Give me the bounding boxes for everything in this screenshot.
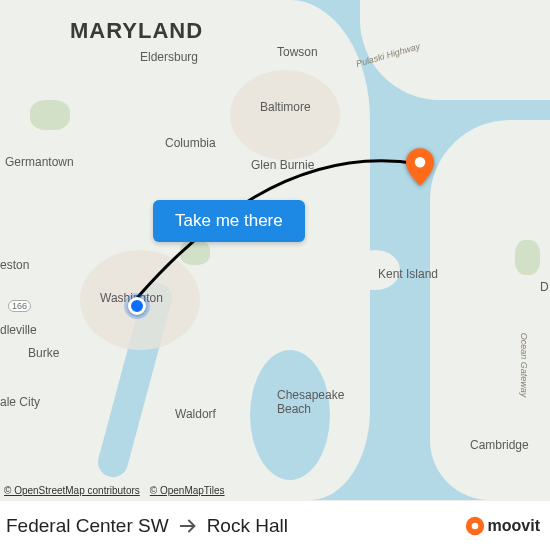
map-area[interactable]: MARYLAND Eldersburg Towson Baltimore Col… bbox=[0, 0, 550, 500]
route-origin: Federal Center SW bbox=[6, 515, 169, 537]
brand-name: moovit bbox=[488, 517, 540, 535]
arrow-right-icon bbox=[177, 515, 199, 537]
brand-logo[interactable]: moovit bbox=[465, 516, 540, 536]
city-label-waldorf: Waldorf bbox=[175, 407, 216, 421]
city-label-towson: Towson bbox=[277, 45, 318, 59]
park-area bbox=[515, 240, 540, 275]
city-label-eston: eston bbox=[0, 258, 29, 272]
road-label-ocean: Ocean Gateway bbox=[519, 333, 529, 398]
city-label-chesapeake-beach: Chesapeake Beach bbox=[277, 388, 344, 416]
city-label-baltimore: Baltimore bbox=[260, 100, 311, 114]
svg-point-0 bbox=[415, 157, 426, 168]
svg-point-3 bbox=[471, 522, 478, 529]
city-label-cambridge: Cambridge bbox=[470, 438, 529, 452]
route-shield-166: 166 bbox=[8, 300, 31, 312]
city-label-columbia: Columbia bbox=[165, 136, 216, 150]
state-label: MARYLAND bbox=[70, 18, 203, 44]
route-destination: Rock Hall bbox=[207, 515, 288, 537]
footer-bar: Federal Center SW Rock Hall moovit bbox=[0, 500, 550, 550]
attribution-omt-link[interactable]: © OpenMapTiles bbox=[150, 485, 225, 496]
attribution-osm-link[interactable]: © OpenStreetMap contributors bbox=[4, 485, 140, 496]
origin-pin[interactable] bbox=[128, 297, 146, 315]
route-text: Federal Center SW Rock Hall bbox=[6, 515, 288, 537]
urban-area bbox=[230, 70, 340, 160]
take-me-there-button[interactable]: Take me there bbox=[153, 200, 305, 242]
park-area bbox=[30, 100, 70, 130]
city-label-burke: Burke bbox=[28, 346, 59, 360]
city-label-eldersburg: Eldersburg bbox=[140, 50, 198, 64]
city-label-d: D bbox=[540, 280, 549, 294]
destination-pin[interactable] bbox=[406, 148, 434, 176]
moovit-icon bbox=[465, 516, 485, 536]
city-label-germantown: Germantown bbox=[5, 155, 74, 169]
city-label-dale-city: ale City bbox=[0, 395, 40, 409]
attribution: © OpenStreetMap contributors © OpenMapTi… bbox=[4, 485, 225, 496]
city-label-dleville: dleville bbox=[0, 323, 37, 337]
